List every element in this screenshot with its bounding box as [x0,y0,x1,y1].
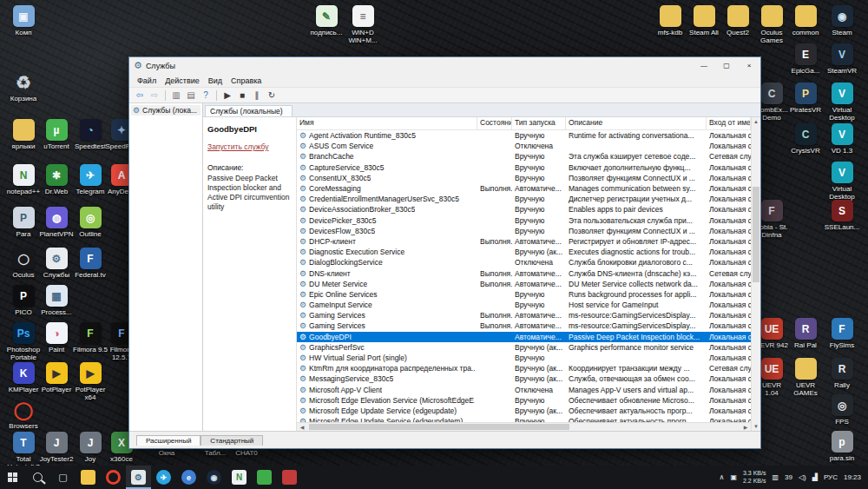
services-button[interactable]: ⚙ [126,466,151,489]
service-row[interactable]: ⚙Gaming ServicesВыполня...Автоматиче...m… [297,310,751,320]
net-speed-indicator[interactable]: 3.3 KB/s 2.2 KB/s [743,470,766,484]
desktop-icon[interactable]: EEpicGa... [788,43,823,75]
tab-standard[interactable]: Стандартный [201,435,263,446]
desktop-icon[interactable]: ▦Process... [39,285,74,316]
service-row[interactable]: ⚙Microsoft Edge Elevation Service (Micro… [297,395,751,406]
tab-extended[interactable]: Расширенный [136,435,201,446]
service-row[interactable]: ⚙DNS-клиентВыполня...Автоматиче...Служба… [297,268,751,278]
desktop-icon[interactable]: ▶PotPlayer x64 [73,362,108,401]
steam-button[interactable]: ◉ [201,466,227,489]
desktop-icon[interactable]: VVirtual Desktop [825,162,859,201]
desktop-icon[interactable]: CCrysisVR [788,123,823,155]
tree-item-services-local[interactable]: ⚙ Службы (лока... [131,105,201,116]
desktop-icon[interactable]: JJoy [73,432,108,463]
service-row[interactable]: ⚙Microsoft App-V ClientОтключенаManages … [297,385,751,395]
desktop-icon[interactable]: Oculus Games [754,5,789,44]
desktop-icon[interactable]: FFederal.tv [73,248,108,279]
service-row[interactable]: ⚙ConsentUX_830c5ВручнуюПозволяет функция… [297,173,751,183]
desktop-icon[interactable]: Nnotepad++ [6,164,41,195]
green-app-button[interactable] [252,466,277,489]
service-row[interactable]: ⚙ASUS Com ServiceОтключенаЛокальная сис.… [297,141,751,151]
desktop-icon[interactable]: PPICO [6,285,41,316]
service-row[interactable]: ⚙DU Meter ServiceВыполня...Автоматиче...… [297,279,751,289]
telegram-button[interactable]: ✈ [151,466,176,489]
show-console-tree-button[interactable]: ▥ [169,89,183,102]
network-icon[interactable]: ▟ [812,473,818,481]
desktop-icon[interactable]: ярлыки [6,119,41,150]
menu-item[interactable]: Справка [227,76,266,85]
horizontal-scrollbar[interactable]: ◀ ▶ [297,422,751,431]
service-row[interactable]: ⚙Agent Activation Runtime_830c5ВручнуюRu… [297,130,751,141]
desktop-icon[interactable]: ▶PotPlayer [39,362,74,393]
service-row[interactable]: ⚙GameInput ServiceВручнуюHost service fo… [297,300,751,310]
task-view-button[interactable]: ▢ [50,466,76,489]
opera-button[interactable] [101,466,126,489]
desktop-icon[interactable]: ♻Корзина [6,71,41,102]
service-row[interactable]: ⚙DevicesFlow_830c5ВручнуюПозволяет функц… [297,226,751,236]
vertical-scroll-track[interactable] [752,126,760,422]
desktop-icon[interactable]: ◯Oculus [6,248,41,279]
service-row[interactable]: ⚙Epic Online ServicesВручнуюRuns backgro… [297,289,751,300]
service-row[interactable]: ⚙Diagnostic Execution ServiceВручную (ак… [297,247,751,257]
volume-icon[interactable]: ◁) [799,473,806,481]
desktop-icon[interactable]: ◑Paint [39,322,74,354]
desktop-icon[interactable]: ✱Dr.Web [39,164,74,195]
vertical-scrollbar[interactable]: ▲ ▼ [751,117,760,431]
service-row[interactable]: ⚙HW Virtual Serial Port (single)ВручнуюЛ… [297,353,751,363]
service-row[interactable]: ⚙GoodbyeDPIАвтоматиче...Passive Deep Pac… [297,332,751,342]
desktop-icon[interactable]: common [788,5,823,36]
column-header[interactable]: Тип запуска [512,117,566,129]
tray-app-icon[interactable]: ▣ [730,473,737,481]
menu-item[interactable]: Файл [133,76,161,85]
desktop-icon[interactable]: ⚙Службы [39,248,74,279]
close-button[interactable]: × [738,57,760,74]
desktop-icon[interactable]: СНАТ0 [227,449,266,457]
desktop-icon[interactable]: ◔Speedtest [73,119,108,150]
tray-widget-icon[interactable]: ▥ [772,473,779,481]
service-row[interactable]: ⚙Microsoft Edge Update Service (edgeupda… [297,416,751,422]
desktop-icon[interactable]: SSSELaun... [825,200,859,231]
desktop-icon[interactable]: RRally [825,358,859,389]
start-service-button[interactable]: ▶ [220,89,234,102]
service-row[interactable]: ⚙DeviceAssociationBroker_830c5ВручнуюEna… [297,204,751,215]
player-button[interactable] [277,466,302,489]
desktop-icon[interactable]: VVD 1.3 [825,123,859,155]
start-button[interactable] [0,466,25,489]
search-button[interactable] [25,466,50,489]
desktop-icon[interactable]: ▣Комп [6,5,41,36]
desktop-icon[interactable]: ◯Browsers [6,399,41,430]
scroll-left-arrow[interactable]: ◀ [297,423,307,431]
desktop-icon[interactable]: FFlySims [825,318,859,349]
desktop-icon[interactable]: PPiratesVR [788,83,823,114]
column-header[interactable]: Имя [297,117,477,129]
desktop-icon[interactable]: ◎Outline [73,207,108,238]
forward-button[interactable]: ⇨ [148,89,161,102]
back-button[interactable]: ⇦ [133,89,147,102]
service-row[interactable]: ⚙MessagingService_830c5Вручную (ак...Слу… [297,373,751,384]
desktop-icon[interactable]: ◉Steam [825,5,859,36]
desktop-icon[interactable]: FFilmora 9.5 [73,322,108,354]
desktop-icon[interactable]: ◎FPS [825,394,859,426]
desktop-icon[interactable]: PsPhotoshop Portable [6,322,41,361]
scroll-up-arrow[interactable]: ▲ [752,117,760,126]
horizontal-scroll-thumb[interactable] [309,424,569,430]
column-header[interactable]: Описание [566,117,707,129]
desktop-icon[interactable]: VSteamVR [825,43,859,75]
stop-service-button[interactable]: ■ [235,89,249,102]
desktop-icon[interactable]: µuTorrent [39,119,74,150]
desktop-icon[interactable]: JJoyTester2 [39,432,74,463]
service-row[interactable]: ⚙DialogBlockingServiceОтключенаСлужба бл… [297,257,751,268]
vertical-scroll-thumb[interactable] [753,187,760,282]
file-explorer-button[interactable] [76,466,101,489]
service-row[interactable]: ⚙GraphicsPerfSvcВручную (ак...Graphics p… [297,342,751,353]
menu-item[interactable]: Вид [204,76,227,85]
restart-service-button[interactable]: ↻ [265,89,279,102]
temp-indicator[interactable]: 39 [785,473,792,481]
maximize-button[interactable]: ▢ [715,57,738,74]
desktop-icon[interactable]: Steam All [687,5,721,36]
column-header[interactable]: Вход от имени [707,117,751,129]
desktop-icon[interactable]: UEVR GAMEs [788,358,823,397]
column-header[interactable]: Состояни... [477,117,512,129]
service-row[interactable]: ⚙BranchCacheВручнуюЭта служба кэширует с… [297,151,751,162]
pause-service-button[interactable]: ∥ [250,89,264,102]
